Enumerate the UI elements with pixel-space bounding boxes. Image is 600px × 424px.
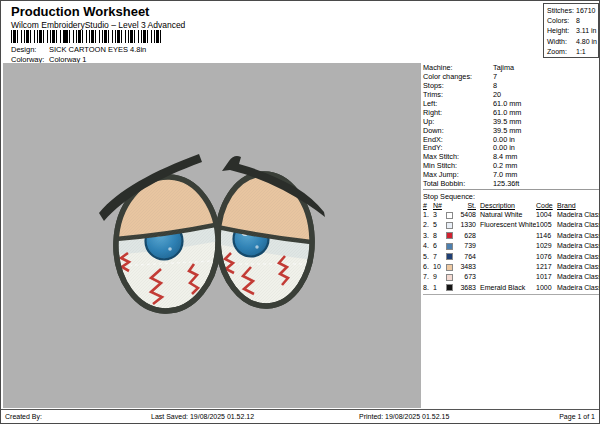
thread-brand: Madeira Classic 40 — [555, 220, 599, 230]
summary-value: 8 — [576, 16, 580, 26]
needle-number: 6 — [433, 241, 446, 251]
row-number: 3. — [423, 231, 433, 241]
thread-description: Emerald Black — [476, 283, 536, 293]
machine-info-row: Stops: 8 — [423, 82, 599, 91]
machine-info-label: Total Bobbin: — [423, 180, 493, 189]
stop-sequence-header: # N# St. Description Code Brand — [423, 201, 599, 210]
needle-number: 8 — [433, 231, 446, 241]
row-number: 5. — [423, 252, 433, 262]
summary-value: 3.11 in — [576, 26, 597, 36]
thread-code: 1146 — [536, 231, 555, 241]
last-saved-text: Last Saved: 19/08/2025 01.52.12 — [151, 413, 254, 420]
col-needle: N# — [433, 201, 446, 210]
summary-label: Colors: — [547, 16, 576, 26]
thread-brand: Madeira Classic 40 — [555, 231, 599, 241]
thread-description: Natural White — [476, 210, 536, 220]
needle-number: 3 — [433, 210, 446, 220]
machine-info-row: Total Bobbin: 125.36ft — [423, 180, 599, 189]
table-row: 2. 5 1330 Fluorescent White 1005 Madeira… — [423, 220, 599, 230]
stitch-count: 673 — [455, 272, 476, 282]
stitch-count: 1330 — [455, 220, 476, 230]
stop-sequence-section: Stop Sequence: # N# St. Description Code… — [423, 189, 599, 295]
summary-row: Colors: 8 — [547, 16, 598, 26]
design-value: SICK CARTOON EYES 4.8in — [49, 45, 146, 54]
needle-number: 9 — [433, 272, 446, 282]
stitch-count: 3683 — [455, 283, 476, 293]
col-description: Description — [476, 201, 536, 210]
row-number: 1. — [423, 210, 433, 220]
col-num: # — [423, 201, 433, 210]
table-row: 6. 10 3483 1217 Madeira Classic 40 — [423, 262, 599, 272]
summary-label: Width: — [547, 37, 576, 47]
thread-brand: Madeira Classic 40 — [555, 272, 599, 282]
machine-info-panel: Machine: Tajima Color changes: 7 Stops: … — [423, 64, 599, 189]
thread-brand: Madeira Classic 40 — [555, 210, 599, 220]
summary-value: 16710 — [576, 6, 595, 16]
printed-text: Printed: 19/08/2025 01.52.15 — [359, 413, 449, 420]
page-indicator: Page 1 of 1 — [559, 413, 595, 420]
machine-info-value: 125.36ft — [493, 180, 519, 189]
summary-label: Zoom: — [547, 47, 576, 57]
table-row: 1. 3 5408 Natural White 1004 Madeira Cla… — [423, 210, 599, 220]
thread-code: 1005 — [536, 220, 555, 230]
stitch-count: 5408 — [455, 210, 476, 220]
needle-number: 5 — [433, 220, 446, 230]
table-row: 3. 8 628 1146 Madeira Classic 40 — [423, 231, 599, 241]
thread-code: 1076 — [536, 252, 555, 262]
thread-brand: Madeira Classic 40 — [555, 241, 599, 251]
thread-code: 1217 — [536, 262, 555, 272]
design-summary-box: Stitches: 16710 Colors: 8 Height: 3.11 i… — [543, 3, 599, 58]
page-footer: Created By: Last Saved: 19/08/2025 01.52… — [1, 409, 599, 423]
design-name-row: Design:SICK CARTOON EYES 4.8in — [11, 45, 146, 54]
row-number: 2. — [423, 220, 433, 230]
table-row: 8. 1 3683 Emerald Black 1000 Madeira Cla… — [423, 283, 599, 293]
summary-label: Stitches: — [547, 6, 576, 16]
thread-color-swatch — [446, 272, 455, 281]
stitch-count: 739 — [455, 241, 476, 251]
col-code: Code — [536, 201, 555, 210]
needle-number: 7 — [433, 252, 446, 262]
barcode-image — [11, 30, 164, 43]
summary-label: Height: — [547, 26, 576, 36]
summary-row: Height: 3.11 in — [547, 26, 598, 36]
thread-code: 1029 — [536, 241, 555, 251]
thread-color-swatch — [446, 210, 455, 219]
stop-sequence-rows: 1. 3 5408 Natural White 1004 Madeira Cla… — [423, 210, 599, 293]
stitch-count: 764 — [455, 252, 476, 262]
production-worksheet-page: Production Worksheet Wilcom EmbroiderySt… — [0, 0, 600, 424]
thread-color-swatch — [446, 283, 455, 292]
summary-value: 1:1 — [576, 47, 586, 57]
thread-brand: Madeira Classic 40 — [555, 283, 599, 293]
thread-color-swatch — [446, 231, 455, 240]
design-label: Design: — [11, 45, 49, 54]
row-number: 7. — [423, 272, 433, 282]
thread-brand: Madeira Classic 40 — [555, 252, 599, 262]
thread-code: 1017 — [536, 272, 555, 282]
col-brand: Brand — [555, 201, 599, 210]
row-number: 6. — [423, 262, 433, 272]
thread-brand: Madeira Classic 40 — [555, 262, 599, 272]
row-number: 4. — [423, 241, 433, 251]
summary-row: Width: 4.80 in — [547, 37, 598, 47]
page-title: Production Worksheet — [11, 4, 149, 19]
table-end-divider — [423, 294, 599, 295]
needle-number: 10 — [433, 262, 446, 272]
row-number: 8. — [423, 283, 433, 293]
thread-code: 1000 — [536, 283, 555, 293]
summary-value: 4.80 in — [576, 37, 597, 47]
stop-sequence-title: Stop Sequence: — [423, 192, 599, 201]
thread-description: Fluorescent White — [476, 220, 536, 230]
thread-color-swatch — [446, 220, 455, 229]
summary-row: Zoom: 1:1 — [547, 47, 598, 57]
summary-row: Stitches: 16710 — [547, 6, 598, 16]
thread-color-swatch — [446, 262, 455, 271]
machine-info-row: Color changes: 7 — [423, 73, 599, 82]
thread-color-swatch — [446, 241, 455, 250]
needle-number: 1 — [433, 283, 446, 293]
design-canvas — [3, 63, 421, 408]
table-row: 4. 6 739 1029 Madeira Classic 40 — [423, 241, 599, 251]
thread-color-swatch — [446, 252, 455, 261]
stitch-count: 628 — [455, 231, 476, 241]
table-row: 7. 9 673 1017 Madeira Classic 40 — [423, 272, 599, 282]
embroidery-design — [3, 63, 421, 408]
